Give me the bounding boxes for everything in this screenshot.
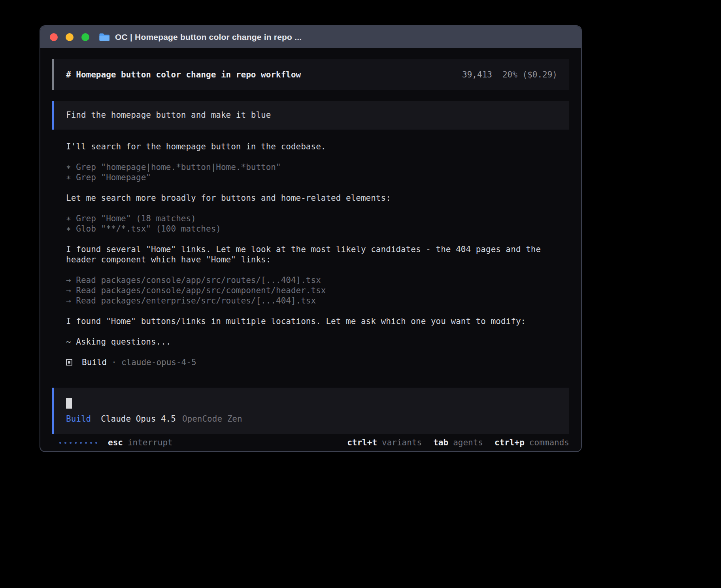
agent-status-line: Build · claude-opus-4-5 <box>66 357 545 368</box>
minimize-button[interactable] <box>66 33 74 41</box>
shortcut-agents: tab agents <box>433 437 483 448</box>
session-stats: 39,413 20% ($0.29) <box>462 70 557 80</box>
context-usage: 20% ($0.29) <box>502 70 557 80</box>
token-count: 39,413 <box>462 70 492 80</box>
transcript: I'll search for the homepage button in t… <box>52 130 569 378</box>
shortcut-key: ctrl+p <box>495 437 525 448</box>
mode-label: Build <box>66 414 91 424</box>
close-button[interactable] <box>50 33 58 41</box>
activity-spinner <box>59 442 97 444</box>
shortcut-key: tab <box>433 437 448 448</box>
session-header: # Homepage button color change in repo w… <box>52 59 569 90</box>
spinner-dot <box>90 442 92 444</box>
statusbar: esc interrupt ctrl+t variants tab agents… <box>52 437 569 448</box>
shortcut-label: agents <box>453 437 483 448</box>
model-label: Claude Opus 4.5 <box>101 414 176 424</box>
spinner-dot <box>70 442 72 444</box>
title-group: OC | Homepage button color change in rep… <box>99 32 302 42</box>
spinner-dot <box>59 442 61 444</box>
terminal-window: OC | Homepage button color change in rep… <box>40 25 582 452</box>
statusbar-right: ctrl+t variants tab agents ctrl+p comman… <box>347 437 569 448</box>
provider-label: OpenCode Zen <box>182 414 242 424</box>
prompt-input[interactable]: Build Claude Opus 4.5 OpenCode Zen <box>52 388 569 434</box>
agent-icon <box>66 359 72 366</box>
model-line: Build Claude Opus 4.5 OpenCode Zen <box>66 414 557 424</box>
traffic-lights <box>50 33 89 41</box>
spinner-dot <box>64 442 66 444</box>
tool-call-group: → Read packages/console/app/src/routes/[… <box>66 275 545 306</box>
zoom-button[interactable] <box>81 33 89 41</box>
folder-icon <box>99 33 110 41</box>
terminal-content: # Homepage button color change in repo w… <box>40 48 581 451</box>
tool-call-grep: ∗ Grep "Homepage" <box>66 172 545 183</box>
tool-call-grep: ∗ Grep "homepage|home.*button|Home.*butt… <box>66 162 545 172</box>
titlebar[interactable]: OC | Homepage button color change in rep… <box>40 26 581 48</box>
shortcut-key-esc: esc <box>108 437 123 448</box>
assistant-message: I'll search for the homepage button in t… <box>66 141 545 152</box>
assistant-message: I found "Home" buttons/links in multiple… <box>66 316 545 326</box>
status-asking-questions: ~ Asking questions... <box>66 337 545 347</box>
shortcut-variants: ctrl+t variants <box>347 437 422 448</box>
tool-call-group: ∗ Grep "Home" (18 matches) ∗ Glob "**/*.… <box>66 213 545 234</box>
session-title: # Homepage button color change in repo w… <box>66 70 301 80</box>
tool-call-read: → Read packages/console/app/src/routes/[… <box>66 275 545 285</box>
user-message-text: Find the homepage button and make it blu… <box>66 110 271 120</box>
shortcut-label: commands <box>529 437 569 448</box>
user-message: Find the homepage button and make it blu… <box>52 101 569 130</box>
shortcut-key: ctrl+t <box>347 437 377 448</box>
spinner-dot <box>75 442 77 444</box>
agent-separator: · <box>111 357 117 368</box>
statusbar-left: esc interrupt <box>59 437 173 448</box>
tool-call-grep: ∗ Grep "Home" (18 matches) <box>66 213 545 224</box>
assistant-message: I found several "Home" links. Let me loo… <box>66 244 545 265</box>
assistant-message: Let me search more broadly for buttons a… <box>66 193 545 203</box>
tool-call-group: ∗ Grep "homepage|home.*button|Home.*butt… <box>66 162 545 183</box>
spinner-dot <box>95 442 97 444</box>
shortcut-commands: ctrl+p commands <box>495 437 569 448</box>
shortcut-label-interrupt: interrupt <box>128 437 173 448</box>
tool-call-read: → Read packages/console/app/src/componen… <box>66 285 545 296</box>
spinner-dot <box>80 442 82 444</box>
spinner-dot <box>85 442 87 444</box>
tool-call-read: → Read packages/enterprise/src/routes/[.… <box>66 296 545 306</box>
agent-model: claude-opus-4-5 <box>121 357 196 368</box>
tool-call-glob: ∗ Glob "**/*.tsx" (100 matches) <box>66 224 545 234</box>
window-title: OC | Homepage button color change in rep… <box>115 32 302 42</box>
shortcut-label: variants <box>382 437 422 448</box>
agent-name: Build <box>82 357 107 368</box>
text-cursor <box>66 398 72 409</box>
